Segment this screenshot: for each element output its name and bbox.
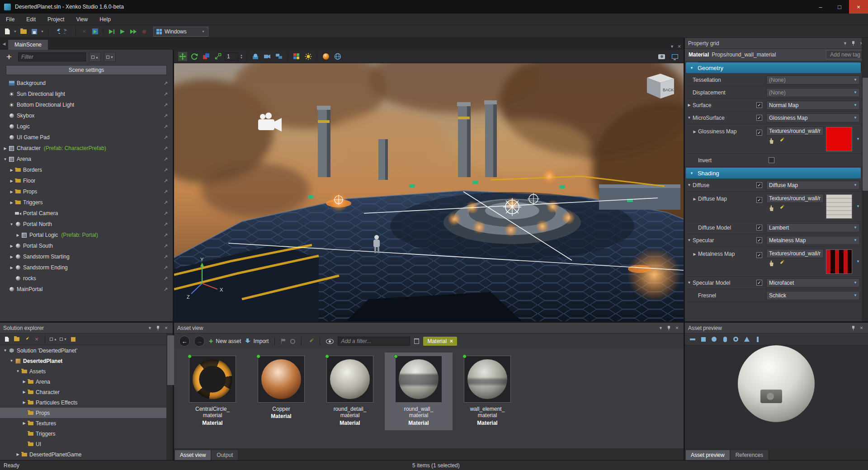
property-grid-scrollbar[interactable] — [862, 38, 868, 321]
minimize-button[interactable]: – — [811, 0, 830, 14]
checkbox[interactable]: ✓ — [756, 252, 762, 258]
goto-source-icon[interactable]: ↗ — [164, 178, 168, 184]
solution-tree-item[interactable]: ▼Assets — [0, 366, 173, 376]
preview-toggle-icon[interactable] — [326, 339, 334, 344]
texture-thumbnail[interactable] — [826, 194, 852, 219]
checkbox[interactable]: ✓ — [756, 237, 762, 243]
property-value[interactable]: Textures/round_wall/r▼ — [766, 127, 860, 151]
hand-icon[interactable] — [769, 260, 774, 266]
solution-tree-item[interactable]: ▼Solution 'DesertedPlanet' — [0, 345, 173, 356]
checkbox[interactable]: ✓ — [756, 225, 762, 230]
goto-source-icon[interactable]: ↗ — [164, 254, 168, 260]
pin-icon[interactable] — [850, 41, 857, 46]
scene-tree-item[interactable]: ▼Arena↗ — [0, 154, 173, 164]
checkbox[interactable]: ✓ — [756, 115, 762, 121]
expander-icon[interactable]: ▶ — [691, 130, 698, 134]
edit-icon[interactable] — [778, 137, 784, 144]
asset-card[interactable]: round_wall_materialMaterial — [385, 352, 453, 430]
menu-help[interactable]: Help — [94, 14, 117, 25]
rename-icon[interactable] — [23, 336, 30, 343]
chevron-down-icon[interactable]: ▼ — [852, 238, 857, 242]
snap-spinner[interactable]: ▲▼ — [240, 54, 243, 59]
chevron-down-icon[interactable]: ▼ — [852, 78, 857, 82]
expander-icon[interactable]: ▶ — [9, 201, 14, 205]
screenshot-icon[interactable] — [656, 52, 666, 61]
display-settings-icon[interactable] — [670, 52, 680, 61]
scene-tree-item[interactable]: ▶Character(Prefab: CharacterPrefab)↗ — [0, 143, 173, 154]
add-folder-icon[interactable] — [13, 336, 20, 343]
goto-source-icon[interactable]: ↗ — [164, 287, 168, 292]
expander-icon[interactable]: ▼ — [686, 116, 693, 120]
scene-tree-item[interactable]: Logic↗ — [0, 121, 173, 132]
active-filter-tag[interactable]: Material × — [423, 337, 457, 346]
start-debug-icon[interactable] — [107, 27, 116, 37]
goto-source-icon[interactable]: ↗ — [164, 91, 168, 97]
checkbox[interactable]: ✓ — [756, 130, 762, 136]
collapse-all-icon[interactable]: ▲ — [50, 336, 57, 343]
record-icon[interactable] — [140, 27, 149, 37]
tab-output[interactable]: Output — [212, 450, 238, 460]
menu-edit[interactable]: Edit — [20, 14, 42, 25]
back-button[interactable]: ← — [179, 336, 190, 347]
property-value[interactable]: Textures/round_wall/r▼ — [766, 249, 860, 274]
solution-explorer-scrollbar[interactable] — [166, 334, 173, 460]
chevron-down-icon[interactable]: ▼ — [852, 226, 857, 230]
maximize-button[interactable]: □ — [830, 0, 849, 14]
close-button[interactable]: × — [849, 0, 868, 14]
goto-source-icon[interactable]: ↗ — [164, 200, 168, 206]
chevron-down-icon[interactable]: ▼ — [690, 171, 693, 175]
panel-menu-icon[interactable]: ▼ — [657, 326, 664, 330]
goto-source-icon[interactable]: ↗ — [164, 221, 168, 227]
property-value[interactable]: Metalness Map▼ — [766, 236, 860, 245]
close-panel-icon[interactable]: × — [163, 325, 170, 331]
texture-thumbnail[interactable] — [826, 127, 852, 151]
expander-icon[interactable]: ▶ — [21, 421, 27, 425]
checkbox[interactable]: ✓ — [756, 182, 762, 188]
add-item-icon[interactable] — [3, 336, 10, 343]
expand-all-icon[interactable]: ▼ — [104, 52, 116, 62]
save-icon[interactable] — [30, 27, 39, 37]
hand-icon[interactable] — [769, 205, 774, 211]
expander-icon[interactable]: ▶ — [2, 146, 8, 150]
property-value[interactable]: Diffuse Map▼ — [766, 181, 860, 190]
menu-project[interactable]: Project — [42, 14, 70, 25]
scene-tree-item[interactable]: ▶Floor↗ — [0, 175, 173, 186]
expander-icon[interactable]: ▶ — [9, 179, 14, 183]
scene-tree-item[interactable]: ▶Portal Logic(Prefab: Portal)↗ — [0, 230, 173, 240]
goto-source-icon[interactable]: ↗ — [164, 232, 168, 238]
chevron-down-icon[interactable]: ▼ — [852, 281, 857, 285]
scene-settings-button[interactable]: Scene settings — [6, 65, 167, 75]
forward-button[interactable]: → — [194, 336, 205, 347]
checkbox[interactable]: ✓ — [756, 197, 762, 203]
property-value[interactable]: (None)▼ — [766, 88, 860, 97]
checkbox[interactable]: ✓ — [756, 280, 762, 286]
chevron-down-icon[interactable]: ▼ — [852, 103, 857, 107]
chevron-down-icon[interactable]: ▼ — [690, 66, 693, 70]
expander-icon[interactable]: ▶ — [9, 266, 14, 270]
property-value[interactable]: Glossiness Map▼ — [766, 113, 860, 122]
expander-icon[interactable]: ▶ — [9, 168, 14, 172]
scene-tree-item[interactable]: ▶Sandstorm Ending↗ — [0, 262, 173, 273]
pin-icon[interactable] — [155, 325, 161, 331]
chevron-down-icon[interactable]: ▼ — [852, 116, 857, 120]
asset-card[interactable]: CopperMaterial — [247, 352, 315, 423]
new-asset-button[interactable]: + New asset — [209, 338, 241, 345]
chevron-down-icon[interactable]: ▼ — [852, 90, 857, 94]
solution-tree-item[interactable]: Props — [0, 408, 173, 418]
expander-icon[interactable]: ▶ — [15, 452, 21, 456]
material-preview-icon[interactable] — [321, 52, 331, 61]
expander-icon[interactable]: ▶ — [21, 380, 27, 384]
property-value[interactable]: Lambert▼ — [766, 223, 860, 232]
property-value[interactable]: Textures/round_wall/r▼ — [766, 194, 860, 219]
tab-asset-view[interactable]: Asset view — [175, 450, 211, 460]
expander-icon[interactable]: ▶ — [15, 233, 21, 237]
property-value[interactable]: Schlick▼ — [766, 291, 860, 300]
solution-tree-item[interactable]: UI — [0, 439, 173, 449]
solution-tree-item[interactable]: Triggers — [0, 428, 173, 439]
build-icon[interactable] — [90, 27, 99, 37]
expander-icon[interactable]: ▶ — [691, 197, 698, 201]
goto-source-icon[interactable]: ↗ — [164, 265, 168, 271]
goto-source-icon[interactable]: ↗ — [164, 167, 168, 173]
close-panel-icon[interactable]: × — [858, 325, 865, 331]
menu-file[interactable]: File — [0, 14, 20, 25]
